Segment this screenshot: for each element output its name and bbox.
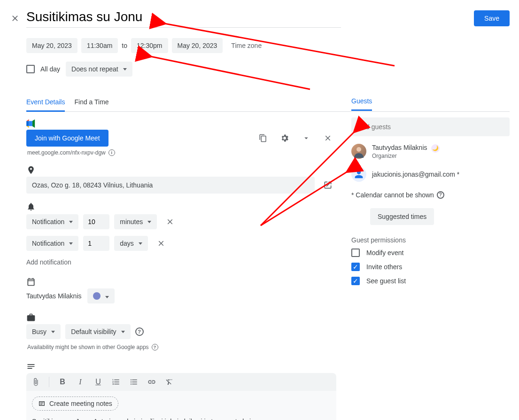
start-date-picker[interactable]: May 20, 2023 [26,38,77,53]
perm-seelist-checkbox[interactable]: ✓ [351,277,360,285]
end-date-picker[interactable]: May 20, 2023 [172,38,223,53]
end-time-picker[interactable]: 12:30pm [131,38,168,53]
remove-notification-1-icon[interactable] [162,213,178,230]
create-notes-label: Create meeting notes [49,400,112,407]
chevron-down-icon[interactable] [298,130,315,147]
event-title-input[interactable] [26,8,341,28]
moon-status-icon: 🌙 [431,144,440,153]
organizer-sub-label: Organizer [372,153,440,159]
meet-settings-icon[interactable] [276,130,293,147]
create-meeting-notes-button[interactable]: Create meeting notes [32,397,118,411]
calendar-color-dropdown[interactable] [87,288,115,303]
meet-icon [26,119,336,130]
perm-invite-checkbox[interactable]: ✓ [351,263,360,271]
numbered-list-icon[interactable] [111,377,121,387]
remove-notification-2-icon[interactable] [153,235,170,252]
italic-icon[interactable]: I [76,377,85,387]
suggested-times-button[interactable]: Suggested times [370,208,434,225]
notification-unit-dropdown-1[interactable]: minutes [114,214,157,229]
link-icon[interactable] [147,377,156,387]
busy-dropdown[interactable]: Busy [26,324,61,339]
guest-name-label: Tautvydas Milaknis [372,144,427,151]
calendar-owner-label: Tautvydas Milaknis [26,292,82,300]
availability-help-icon[interactable]: ? [152,344,158,350]
notification-type-dropdown-2[interactable]: Notification [26,236,78,251]
description-toolbar: B I U [26,373,336,391]
avatar [351,167,366,182]
guest-row-organizer[interactable]: Tautvydas Milaknis🌙 Organizer [351,144,510,159]
open-map-icon[interactable] [319,177,336,194]
underline-icon[interactable]: U [93,377,103,387]
visibility-dropdown[interactable]: Default visibility [65,324,130,339]
location-field[interactable]: Ozas, Ozo g. 18, 08243 Vilnius, Lithuani… [26,177,315,194]
clear-formatting-icon[interactable] [165,377,174,387]
briefcase-icon [26,313,336,324]
avatar [351,144,366,159]
allday-label: All day [40,65,60,73]
notification-unit-dropdown-2[interactable]: days [114,236,148,251]
calendar-icon [26,277,336,288]
guest-email-label: jakucionis.jonas@gmail.com [372,171,455,178]
location-icon [26,165,336,177]
visibility-help-icon[interactable]: ? [135,327,144,336]
calendar-cannot-be-shown-note: * Calendar cannot be shown [351,191,434,199]
description-icon [26,362,336,373]
perm-modify-label: Modify event [366,249,403,257]
tab-find-a-time[interactable]: Find a Time [74,93,108,111]
perm-modify-checkbox[interactable] [351,249,360,257]
add-notification-button[interactable]: Add notification [26,258,336,266]
recurrence-dropdown[interactable]: Does not repeat [66,62,132,77]
close-icon[interactable] [9,13,21,24]
bell-icon [26,202,336,213]
tab-guests[interactable]: Guests [351,97,372,111]
notification-value-input-2[interactable] [83,236,109,251]
guest-permissions-heading: Guest permissions [351,236,510,244]
timezone-button[interactable]: Time zone [231,42,262,49]
description-textarea[interactable]: Create meeting notes Susitikimas su Jonu… [26,391,336,420]
tab-event-details[interactable]: Event Details [26,93,65,112]
guest-row[interactable]: jakucionis.jonas@gmail.com * [351,167,510,182]
meet-info-icon[interactable]: i [108,149,115,156]
add-guests-input[interactable] [351,117,510,136]
perm-invite-label: Invite others [366,263,402,271]
to-label: to [122,42,127,49]
bulleted-list-icon[interactable] [129,377,139,387]
availability-note: Availability might be shown in other Goo… [27,344,149,350]
perm-seelist-label: See guest list [366,277,406,285]
save-button[interactable]: Save [474,10,510,26]
bold-icon[interactable]: B [58,377,67,387]
meet-link-text: meet.google.com/nfx-nxpv-dgw [27,149,106,156]
notification-value-input-1[interactable] [83,214,109,229]
copy-meet-link-icon[interactable] [255,130,271,147]
start-time-picker[interactable]: 11:30am [81,38,118,53]
guest-note-help-icon[interactable]: ? [437,191,444,199]
svg-point-0 [356,147,361,152]
attach-icon[interactable] [31,377,40,387]
join-meet-button[interactable]: Join with Google Meet [26,130,108,147]
allday-checkbox[interactable] [26,65,35,73]
remove-meet-icon[interactable] [319,130,336,147]
notification-type-dropdown-1[interactable]: Notification [26,214,78,229]
